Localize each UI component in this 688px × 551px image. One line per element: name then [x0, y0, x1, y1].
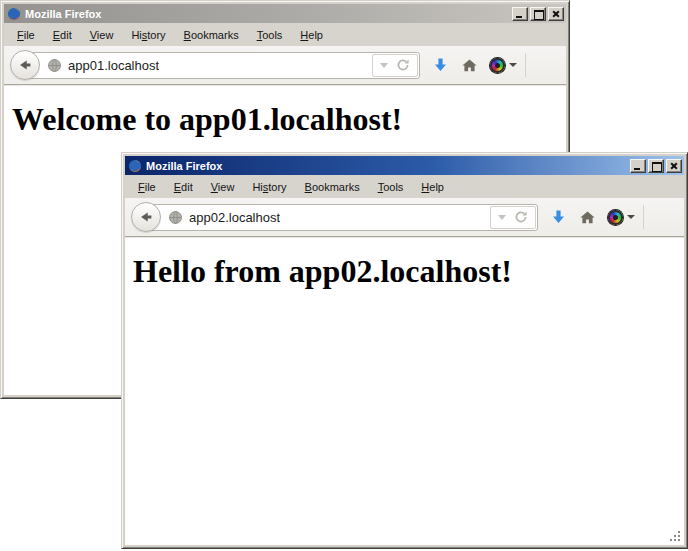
page-heading: Welcome to app01.localhost! — [12, 101, 558, 138]
menu-bar: File Edit View History Bookmarks Tools H… — [125, 175, 684, 198]
menu-history[interactable]: History — [122, 26, 174, 44]
browser-window-app02: Mozilla Firefox File Edit View History B… — [121, 152, 688, 549]
download-button[interactable] — [551, 209, 566, 225]
url-history-dropdown-icon[interactable] — [380, 63, 388, 68]
window-title: Mozilla Firefox — [25, 8, 101, 20]
titlebar[interactable]: Mozilla Firefox — [125, 156, 684, 175]
titlebar[interactable]: Mozilla Firefox — [4, 4, 566, 23]
back-arrow-icon — [139, 210, 153, 224]
firefox-logo-icon — [7, 7, 21, 21]
menu-view[interactable]: View — [81, 26, 123, 44]
home-icon — [579, 210, 596, 225]
minimize-icon — [634, 168, 640, 170]
desktop: { "windows": { "win1": { "title": "Mozil… — [0, 0, 688, 551]
minimize-button[interactable] — [512, 7, 528, 21]
menu-help[interactable]: Help — [412, 178, 453, 196]
minimize-button[interactable] — [630, 159, 646, 173]
menu-bar: File Edit View History Bookmarks Tools H… — [4, 23, 566, 46]
home-icon — [461, 58, 478, 73]
menu-tools[interactable]: Tools — [369, 178, 413, 196]
menu-view[interactable]: View — [202, 178, 244, 196]
download-button[interactable] — [433, 57, 448, 73]
chevron-down-icon — [627, 215, 635, 219]
site-identity-globe-icon[interactable] — [168, 210, 183, 225]
url-history-dropdown-icon[interactable] — [498, 215, 506, 220]
home-button[interactable] — [579, 210, 596, 225]
url-bar[interactable]: app01.localhost — [24, 52, 420, 79]
reload-icon[interactable] — [396, 58, 410, 72]
navigation-toolbar: app02.localhost — [125, 198, 684, 237]
menu-bookmarks[interactable]: Bookmarks — [296, 178, 369, 196]
menu-edit[interactable]: Edit — [44, 26, 81, 44]
maximize-button[interactable] — [648, 159, 664, 173]
download-arrow-icon — [551, 209, 566, 225]
page-heading: Hello from app02.localhost! — [133, 253, 676, 290]
menu-tools[interactable]: Tools — [248, 26, 292, 44]
menu-history[interactable]: History — [243, 178, 295, 196]
menu-bookmarks[interactable]: Bookmarks — [175, 26, 248, 44]
chevron-down-icon — [509, 63, 517, 67]
url-text[interactable]: app01.localhost — [68, 58, 159, 73]
menu-file[interactable]: File — [129, 178, 165, 196]
back-arrow-icon — [18, 58, 32, 72]
addon-color-wheel-icon — [608, 210, 623, 225]
download-arrow-icon — [433, 57, 448, 73]
firefox-logo-icon — [128, 159, 142, 173]
window-controls — [512, 7, 564, 21]
menu-edit[interactable]: Edit — [165, 178, 202, 196]
menu-button[interactable] — [534, 58, 552, 72]
site-identity-globe-icon[interactable] — [47, 58, 62, 73]
home-button[interactable] — [461, 58, 478, 73]
reload-icon[interactable] — [514, 210, 528, 224]
url-text[interactable]: app02.localhost — [189, 210, 280, 225]
window-title: Mozilla Firefox — [146, 160, 222, 172]
window-controls — [630, 159, 682, 173]
url-bar[interactable]: app02.localhost — [145, 204, 538, 231]
url-controls — [372, 54, 418, 77]
menu-button[interactable] — [652, 210, 670, 224]
close-button[interactable] — [666, 159, 682, 173]
maximize-button[interactable] — [530, 7, 546, 21]
menu-help[interactable]: Help — [291, 26, 332, 44]
addon-button[interactable] — [608, 210, 635, 225]
addon-button[interactable] — [490, 58, 517, 73]
maximize-icon — [534, 10, 544, 20]
back-button[interactable] — [10, 50, 40, 80]
minimize-icon — [516, 16, 522, 18]
toolbar-separator — [525, 53, 526, 77]
url-controls — [490, 206, 536, 229]
navigation-toolbar: app01.localhost — [4, 46, 566, 85]
maximize-icon — [652, 162, 662, 172]
menu-file[interactable]: File — [8, 26, 44, 44]
resize-grip[interactable] — [669, 530, 682, 543]
toolbar-separator — [643, 205, 644, 229]
addon-color-wheel-icon — [490, 58, 505, 73]
page-content: Hello from app02.localhost! — [125, 237, 684, 545]
back-button[interactable] — [131, 202, 161, 232]
close-button[interactable] — [548, 7, 564, 21]
